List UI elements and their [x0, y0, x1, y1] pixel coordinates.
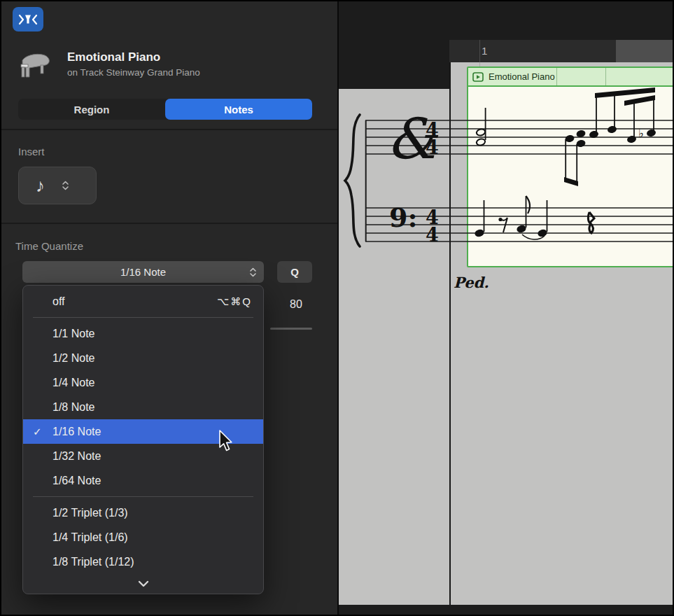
insert-label: Insert — [18, 146, 45, 158]
menu-item-1-1-note[interactable]: 1/1 Note — [23, 321, 263, 346]
menu-scroll-down[interactable] — [23, 574, 263, 589]
quantize-apply-button[interactable]: Q — [277, 261, 312, 283]
insert-note-popup[interactable]: ♪ — [18, 167, 97, 204]
menu-separator — [33, 317, 253, 318]
time-quantize-value: 1/16 Note — [120, 266, 166, 278]
region-header: Emotional Piano on Track Steinway Grand … — [1, 45, 337, 95]
time-quantize-popup[interactable]: 1/16 Note — [22, 261, 264, 283]
midi-editor-window: Emotional Piano on Track Steinway Grand … — [0, 0, 674, 616]
velocity-slider[interactable] — [270, 328, 312, 330]
chevron-up-down-icon — [62, 180, 69, 191]
eighth-note-icon: ♪ — [36, 175, 45, 197]
menu-item-1-4-note[interactable]: 1/4 Note — [23, 370, 263, 395]
menu-item-1-16-note[interactable]: ✓ 1/16 Note — [23, 419, 263, 444]
region-title-bar[interactable]: Emotional Piano — [468, 68, 674, 87]
menu-item-1-8-triplet[interactable]: 1/8 Triplet (1/12) — [23, 550, 263, 574]
chevron-down-icon — [136, 580, 150, 588]
velocity-value: 80 — [290, 298, 302, 311]
menu-item-1-32-note[interactable]: 1/32 Note — [23, 444, 263, 468]
menu-shortcut: ⌥⌘Q — [217, 295, 252, 308]
chevron-up-down-icon — [249, 267, 257, 278]
menu-item-1-8-note[interactable]: 1/8 Note — [23, 395, 263, 419]
tab-notes[interactable]: Notes — [165, 99, 312, 120]
track-subtitle: on Track Steinway Grand Piano — [67, 67, 200, 78]
bar-tick — [479, 40, 480, 62]
time-quantize-label: Time Quantize — [15, 240, 83, 252]
bar-number: 1 — [482, 45, 487, 57]
section-divider — [1, 129, 337, 130]
tab-region[interactable]: Region — [18, 99, 165, 120]
section-divider — [1, 223, 337, 224]
page-title: Emotional Piano — [67, 50, 200, 64]
midi-filter-icon — [17, 12, 38, 27]
header-gridline — [556, 68, 557, 85]
inspector-panel: Emotional Piano on Track Steinway Grand … — [1, 1, 339, 615]
header-gridline — [605, 68, 606, 85]
ruler-highlight-block — [616, 40, 674, 62]
region-name: Emotional Piano — [489, 71, 555, 82]
menu-item-1-2-note[interactable]: 1/2 Note — [23, 346, 263, 370]
inspector-tabs: Region Notes — [18, 99, 312, 120]
menu-item-1-4-triplet[interactable]: 1/4 Triplet (1/6) — [23, 525, 263, 550]
grand-piano-icon — [15, 49, 53, 84]
play-icon[interactable] — [472, 72, 484, 82]
menu-separator — [33, 496, 253, 497]
quantize-menu: off ⌥⌘Q 1/1 Note 1/2 Note 1/4 Note 1/8 N… — [22, 285, 264, 594]
menu-item-1-2-triplet[interactable]: 1/2 Triplet (1/3) — [23, 500, 263, 525]
menu-item-1-64-note[interactable]: 1/64 Note — [23, 468, 263, 493]
menu-item-off[interactable]: off ⌥⌘Q — [23, 289, 263, 314]
score-editor: 1 Emotional Piano — [339, 1, 674, 616]
midi-region[interactable]: Emotional Piano — [467, 66, 674, 267]
margin-line — [449, 40, 451, 605]
midi-in-filter-button[interactable] — [13, 7, 43, 31]
checkmark-icon: ✓ — [33, 426, 42, 438]
